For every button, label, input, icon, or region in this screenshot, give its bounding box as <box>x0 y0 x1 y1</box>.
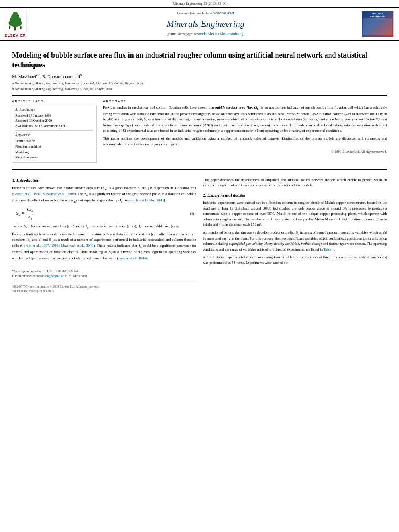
abstract-text: Previous studies in mechanical and colum… <box>103 105 387 154</box>
homepage-link[interactable]: www.elsevier.com/locate/mineng <box>194 32 243 36</box>
ref-massinaei-2009b[interactable]: Massinaei et al., 2009 <box>61 244 93 248</box>
intro-heading: 1. Introduction <box>12 177 196 183</box>
main-content: Modeling of bubble surface area flux in … <box>0 41 399 297</box>
keyword-4: Neural networks <box>15 155 93 160</box>
experimental-heading: 2. Experimental details <box>203 192 387 198</box>
cover-title-text: MINERALSENGINEERING <box>370 12 386 18</box>
ref-massinaei-2009[interactable]: Massinaei et al., 2009 <box>43 192 75 196</box>
keyword-2: Flotation machines <box>15 144 93 150</box>
journal-header: ELSEVIER Contents lists available at Sci… <box>0 8 399 41</box>
journal-name-area: Contents lists available at ScienceDirec… <box>55 10 356 38</box>
exp-italic-vars: superficial gas velocity, slurry density… <box>229 242 322 246</box>
email-label: E-mail address: <box>12 274 33 278</box>
ref-finch-1990[interactable]: Finch and Dobby, 1990 <box>130 198 163 202</box>
table-1-ref[interactable]: Table 1 <box>323 247 334 251</box>
intro-paragraph-2: Previous findings have also demonstrated… <box>12 232 196 261</box>
keyword-3: Modeling <box>15 150 93 155</box>
exp-paragraph-2: As mentioned before, the aim was to deve… <box>203 230 387 253</box>
sciencedirect-line: Contents lists available at ScienceDirec… <box>177 11 234 16</box>
header-divider <box>12 95 387 96</box>
article-title: Modeling of bubble surface area flux in … <box>12 51 387 70</box>
journal-homepage-line: journal homepage: www.elsevier.com/locat… <box>168 32 243 37</box>
svg-point-8 <box>20 25 22 27</box>
exp-italic-frother: frother type <box>329 242 346 246</box>
abstract-paragraph-2: This paper outlines the development of t… <box>103 136 387 147</box>
elsevier-logo-area: ELSEVIER <box>3 10 51 38</box>
formula-1: Sb = 6Jg db <box>16 206 190 221</box>
svg-point-5 <box>13 12 18 16</box>
ref-gorain-1999[interactable]: Gorain et al., 1999 <box>119 256 146 260</box>
intro-paragraph-1: Previous studies have shown that bubble … <box>12 185 196 204</box>
formula-block-1: Sb = 6Jg db (1) <box>12 206 196 221</box>
section-divider-1 <box>12 169 387 170</box>
exp-paragraph-3: A full factorial experimental design com… <box>203 255 387 265</box>
body-left-column: 1. Introduction Previous studies have sh… <box>12 173 196 293</box>
exp-paragraph-1: Industrial experiments were carried out … <box>203 200 387 228</box>
footnote-section: * Corresponding author. Tel./fax: +98 56… <box>12 267 196 279</box>
formula-denominator: db <box>27 214 33 221</box>
cover-image-placeholder <box>363 18 392 35</box>
email-address[interactable]: mmassinaei@birjand.ac.ir <box>33 274 67 278</box>
article-info-box: Article history: Received 14 January 200… <box>12 105 97 162</box>
elsevier-tree-icon <box>3 10 27 32</box>
info-divider <box>15 130 93 131</box>
svg-rect-9 <box>20 27 22 29</box>
body-columns: 1. Introduction Previous studies have sh… <box>12 173 387 293</box>
elsevier-wordmark: ELSEVIER <box>5 33 26 38</box>
abstract-bsaf-term: bubble surface area flux (Sb) <box>215 105 260 109</box>
sciencedirect-link[interactable]: ScienceDirect <box>213 11 234 15</box>
received-date: Received 14 January 2009 <box>15 113 93 118</box>
keyword-1: Froth flotation <box>15 138 93 144</box>
ref-gorain-1997[interactable]: Gorain et al., 1997 <box>13 192 41 196</box>
body-right-column: This paper discusses the development of … <box>203 173 387 293</box>
intro-right-section: This paper discusses the development of … <box>203 177 387 188</box>
footnote-email: E-mail address: mmassinaei@birjand.ac.ir… <box>12 274 196 279</box>
copyright-line: © 2009 Elsevier Ltd. All rights reserved… <box>103 149 387 154</box>
abstract-label: ABSTRACT <box>103 99 387 103</box>
journal-cover-image: MINERALSENGINEERING <box>362 11 394 37</box>
intro-title: Introduction <box>16 178 39 183</box>
accepted-date: Accepted 18 October 2009 <box>15 118 93 123</box>
exp-title-text: Experimental details <box>207 193 245 197</box>
doi-text: doi:10.1016/j.mineng.2009.10.005 <box>12 289 196 294</box>
bottom-bar: 0892-6875/$ - see front matter © 2009 El… <box>12 283 196 293</box>
article-history-label: Article history: <box>15 107 93 112</box>
svg-point-6 <box>9 25 10 27</box>
journal-cover-area: MINERALSENGINEERING <box>360 10 396 38</box>
footnote-star: * Corresponding author. Tel./fax: +98 56… <box>12 269 196 274</box>
ref-gorain-1997b[interactable]: Gorain et al., 1997, 1998 <box>21 244 59 248</box>
journal-top-bar: Minerals Engineering 23 (2010) 83–90 <box>0 0 399 8</box>
keywords-label: Keywords: <box>15 133 93 138</box>
intro-right-p1: This paper discusses the development of … <box>203 177 387 188</box>
issn-text: 0892-6875/$ - see front matter © 2009 El… <box>12 285 196 289</box>
email-suffix: (M. Massinaei). <box>67 274 88 278</box>
available-date: Available online 12 November 2009 <box>15 123 93 129</box>
intro-section: 1. Introduction Previous studies have sh… <box>12 177 196 261</box>
article-info-column: ARTICLE INFO Article history: Received 1… <box>12 99 97 166</box>
intro-number: 1. <box>12 178 15 183</box>
formula-numerator: 6Jg <box>27 206 34 214</box>
exp-number: 2. <box>203 193 206 197</box>
abstract-column: ABSTRACT Previous studies in mechanical … <box>103 99 387 166</box>
experimental-section: 2. Experimental details Industrial exper… <box>203 192 387 266</box>
abstract-italic-terms: superficial gas velocity, slurry density… <box>103 117 387 127</box>
affiliation-b: b Department of Mining Engineering, Univ… <box>12 87 387 92</box>
sciencedirect-prefix-text: Contents lists available at <box>177 11 213 15</box>
article-info-label: ARTICLE INFO <box>12 99 97 103</box>
formula-where-line: where Sb = bubble surface area flux (cm²… <box>12 224 196 230</box>
journal-title: Minerals Engineering <box>167 18 245 30</box>
info-abstract-columns: ARTICLE INFO Article history: Received 1… <box>12 99 387 166</box>
author-b-sup: b <box>80 73 82 77</box>
formula-fraction: 6Jg db <box>27 206 34 221</box>
authors-line: M. Massinaeia,*, R. Doostmohammadib <box>12 73 387 80</box>
author-massinaei: M. Massinaei <box>12 74 36 79</box>
abstract-paragraph-1: Previous studies in mechanical and colum… <box>103 105 387 134</box>
homepage-prefix: journal homepage: <box>168 32 194 36</box>
formula-number-1: (1) <box>190 211 197 216</box>
affiliation-a: a Department of Mining Engineering, Univ… <box>12 81 387 86</box>
svg-rect-7 <box>9 27 10 29</box>
